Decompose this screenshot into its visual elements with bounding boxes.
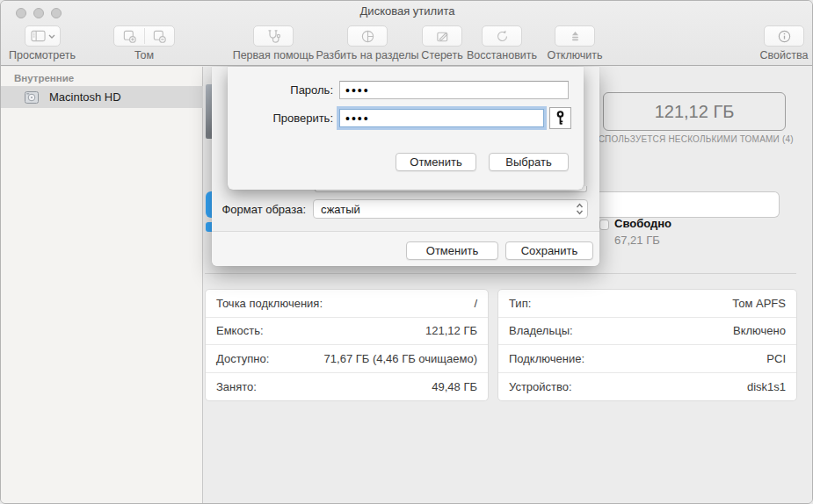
first-aid-button[interactable] bbox=[253, 25, 294, 47]
erase-icon bbox=[435, 29, 450, 44]
capacity-badge: 121,12 ГБ bbox=[603, 92, 786, 131]
row-label: Тип: bbox=[509, 297, 531, 310]
unmount-label: Отключить bbox=[547, 49, 602, 61]
remove-volume-icon bbox=[152, 29, 167, 44]
row-label: Подключение: bbox=[509, 352, 584, 365]
unmount-button[interactable] bbox=[555, 25, 595, 47]
password-cancel-button[interactable]: Отменить bbox=[396, 153, 476, 171]
sidebar-item-label: Macintosh HD bbox=[49, 90, 121, 104]
table-row: Доступно:71,67 ГБ (4,46 ГБ очищаемо) bbox=[206, 345, 488, 373]
save-button[interactable]: Сохранить bbox=[505, 241, 593, 260]
password-label: Пароль: bbox=[228, 83, 333, 97]
table-row: Точка подключения:/ bbox=[206, 290, 488, 318]
save-sheet-divider bbox=[212, 231, 599, 232]
key-icon bbox=[555, 110, 565, 126]
content-divider bbox=[205, 273, 796, 274]
verify-label: Проверить: bbox=[228, 112, 333, 125]
eject-icon bbox=[569, 30, 582, 43]
table-row: Занято:49,48 ГБ bbox=[206, 373, 488, 401]
window-title: Дисковая утилита bbox=[1, 4, 813, 18]
partition-label: Разбить на разделы bbox=[316, 49, 419, 61]
details-table-left: Точка подключения:/ Емкость:121,12 ГБ До… bbox=[205, 289, 489, 401]
password-assistant-button[interactable] bbox=[549, 107, 571, 129]
first-aid-label: Первая помощь bbox=[233, 49, 315, 61]
remove-volume-button[interactable] bbox=[144, 26, 174, 46]
partition-button[interactable] bbox=[347, 25, 388, 47]
legend-swatch-free bbox=[599, 220, 609, 230]
add-volume-icon bbox=[122, 29, 137, 44]
legend-free-label: Свободно bbox=[614, 217, 671, 230]
table-row: Тип:Том APFS bbox=[498, 290, 796, 318]
erase-button[interactable] bbox=[422, 25, 462, 47]
row-value: 71,67 ГБ (4,46 ГБ очищаемо) bbox=[324, 352, 477, 365]
save-sheet-cancel-button[interactable]: Отменить bbox=[406, 241, 498, 260]
table-row: Подключение:PCI bbox=[498, 345, 796, 373]
row-label: Устройство: bbox=[509, 380, 572, 393]
row-label: Доступно: bbox=[216, 352, 269, 365]
info-icon bbox=[777, 29, 792, 44]
row-value: Том APFS bbox=[732, 297, 786, 310]
row-value: Включено bbox=[733, 324, 786, 337]
table-row: Владельцы:Включено bbox=[498, 318, 796, 346]
add-volume-button[interactable] bbox=[114, 26, 144, 46]
password-input[interactable] bbox=[339, 81, 569, 99]
stethoscope-icon bbox=[265, 28, 281, 44]
row-value: disk1s1 bbox=[747, 380, 786, 393]
row-label: Точка подключения: bbox=[216, 297, 323, 310]
chevron-down-icon bbox=[48, 34, 55, 39]
table-row: Емкость:121,12 ГБ bbox=[206, 318, 488, 346]
legend-free-value: 67,21 ГБ bbox=[614, 234, 660, 247]
row-label: Занято: bbox=[216, 380, 257, 393]
info-label: Свойства bbox=[760, 49, 809, 61]
sidebar-view-icon bbox=[31, 30, 46, 42]
disk-utility-window: Свободно 67,21 ГБ 121,12 ГБ ИСПОЛЬЗУЕТСЯ… bbox=[0, 0, 813, 504]
sidebar-item-macintosh-hd[interactable]: Macintosh HD bbox=[1, 86, 203, 108]
row-value: / bbox=[474, 297, 477, 310]
restore-button[interactable] bbox=[482, 25, 522, 47]
sidebar: Внутренние Macintosh HD bbox=[1, 67, 203, 504]
row-label: Владельцы: bbox=[509, 324, 573, 337]
row-value: 49,48 ГБ bbox=[432, 380, 477, 393]
dropdown-stepper-icon bbox=[576, 202, 584, 216]
capacity-caption: ИСПОЛЬЗУЕТСЯ НЕСКОЛЬКИМИ ТОМАМИ (4) bbox=[592, 134, 793, 144]
internal-drive-icon bbox=[24, 90, 40, 105]
usage-bar-free-segment bbox=[595, 191, 780, 218]
image-format-dropdown[interactable]: сжатый bbox=[313, 199, 588, 219]
row-value: 121,12 ГБ bbox=[425, 324, 477, 337]
details-table-right: Тип:Том APFS Владельцы:Включено Подключе… bbox=[497, 289, 797, 401]
password-sheet: Пароль: Проверить: Отменить Выбрать bbox=[228, 67, 584, 190]
erase-label: Стереть bbox=[421, 49, 462, 61]
image-format-value: сжатый bbox=[321, 203, 576, 216]
info-button[interactable] bbox=[764, 25, 804, 47]
restore-arrow-icon bbox=[495, 29, 510, 44]
table-row: Устройство:disk1s1 bbox=[498, 373, 796, 401]
view-label: Просмотреть bbox=[9, 49, 76, 61]
partition-icon bbox=[360, 29, 375, 44]
titlebar-toolbar: Дисковая утилита Просмотреть Том Первая … bbox=[1, 1, 813, 66]
row-label: Емкость: bbox=[216, 324, 264, 337]
row-value: PCI bbox=[766, 352, 786, 365]
image-format-label: Формат образа: bbox=[212, 203, 306, 216]
sidebar-section-internal: Внутренние bbox=[14, 73, 74, 83]
view-button[interactable] bbox=[25, 25, 61, 47]
choose-button[interactable]: Выбрать bbox=[489, 153, 569, 171]
verify-input[interactable] bbox=[339, 109, 544, 127]
restore-label: Восстановить bbox=[467, 49, 537, 61]
volume-segmented-control bbox=[113, 25, 175, 47]
volume-label: Том bbox=[134, 49, 154, 61]
